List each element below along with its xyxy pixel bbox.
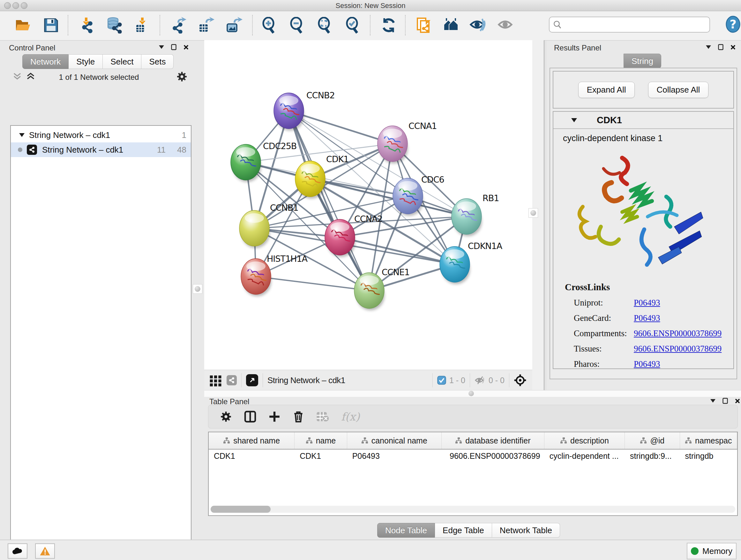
expand-all-button[interactable]: Expand All <box>578 82 635 98</box>
memory-button[interactable]: Memory <box>687 543 737 559</box>
crosslink-link[interactable]: 9606.ENSP00000378699 <box>634 328 722 338</box>
hidden-eye-icon[interactable] <box>475 376 485 385</box>
main-toolbar: ? <box>0 11 741 41</box>
network-node-label: CDC6 <box>421 175 444 185</box>
column-header--id[interactable]: @id <box>625 432 680 449</box>
network-edge-HIST1H1A-CCNE1[interactable] <box>256 276 369 291</box>
refresh-icon[interactable] <box>381 17 397 34</box>
close-panel-icon[interactable] <box>735 398 740 403</box>
network-row[interactable]: String Network – cdk1 11 48 <box>11 142 191 157</box>
float-panel-icon[interactable] <box>171 44 177 50</box>
zoom-selected-icon[interactable] <box>344 17 361 34</box>
results-panel-divider <box>544 40 546 390</box>
expand-all-networks-icon[interactable] <box>26 72 36 82</box>
crosslink-row: Compartments:9606.ENSP00000378699 <box>574 328 733 338</box>
crosslink-link[interactable]: P06493 <box>634 313 660 323</box>
crosslink-label: Tissues: <box>574 344 634 354</box>
collapse-panel-icon[interactable] <box>159 45 164 49</box>
import-network-database-icon[interactable] <box>106 17 123 34</box>
network-edge-CCNB2-CCNA1[interactable] <box>289 111 393 144</box>
column-type-icon <box>223 437 230 444</box>
tab-select[interactable]: Select <box>103 54 141 69</box>
export-network-icon[interactable] <box>170 17 186 34</box>
column-header-description[interactable]: description <box>544 432 625 449</box>
network-node-CCNE1[interactable]: CCNE1 <box>354 267 409 310</box>
close-panel-icon[interactable] <box>731 45 736 50</box>
warning-button[interactable] <box>35 543 55 559</box>
help-icon[interactable]: ? <box>725 16 741 33</box>
warning-icon <box>40 546 51 556</box>
tab-style[interactable]: Style <box>69 54 103 69</box>
collapse-panel-icon[interactable] <box>706 45 711 49</box>
network-edge-CCNA2-CDKN1A[interactable] <box>340 237 455 264</box>
float-panel-icon[interactable] <box>718 44 724 50</box>
status-bar: Memory <box>0 540 741 560</box>
network-node-CCNB1[interactable]: CCNB1 <box>239 203 298 248</box>
table-hscrollbar[interactable] <box>211 506 735 513</box>
network-options-gear-icon[interactable] <box>176 71 188 82</box>
collapse-all-button[interactable]: Collapse All <box>648 82 709 98</box>
delete-trash-icon[interactable] <box>293 411 304 423</box>
zoom-out-icon[interactable] <box>288 17 305 34</box>
show-all-networks-icon[interactable] <box>443 17 459 34</box>
network-canvas[interactable]: CCNB2CCNA1CDC25BCDK1CDC6RB1CCNB1CCNA2CDK… <box>204 40 532 370</box>
tab-network[interactable]: Network <box>22 54 69 69</box>
crosslink-link[interactable]: P06493 <box>634 298 660 308</box>
network-node-label: CDC25B <box>263 141 296 151</box>
tab-string[interactable]: String <box>623 54 661 68</box>
tree-expander-icon[interactable] <box>19 133 24 137</box>
cloud-button[interactable] <box>8 543 27 559</box>
tab-node-table[interactable]: Node Table <box>377 523 435 538</box>
memory-status-dot <box>691 547 698 555</box>
collection-label: String Network – cdk1 <box>29 130 182 140</box>
right-splitter-handle[interactable] <box>529 208 538 218</box>
export-image-icon[interactable] <box>226 17 243 34</box>
birdseye-grid-icon[interactable] <box>209 374 222 387</box>
column-header-name[interactable]: name <box>294 432 347 449</box>
column-header-database-identifier[interactable]: database identifier <box>442 432 544 449</box>
close-panel-icon[interactable] <box>184 45 189 50</box>
add-column-icon[interactable] <box>268 411 280 423</box>
save-session-icon[interactable] <box>43 17 59 34</box>
table-hscrollbar-thumb[interactable] <box>211 506 271 513</box>
left-splitter-handle[interactable] <box>193 284 202 294</box>
table-row[interactable]: CDK1CDK1P064939606.ENSP00000378699cyclin… <box>209 449 737 463</box>
network-collection-row[interactable]: String Network – cdk1 1 <box>11 128 191 142</box>
crosslink-label: Uniprot: <box>574 298 634 308</box>
show-columns-icon[interactable] <box>244 411 256 423</box>
fit-content-crosshair-icon[interactable] <box>514 374 527 387</box>
show-eye-icon[interactable] <box>497 17 514 34</box>
gene-expander-icon[interactable] <box>571 118 577 122</box>
export-table-icon[interactable] <box>198 17 214 34</box>
horizontal-splitter-handle[interactable] <box>468 391 474 396</box>
network-node-CDK1[interactable]: CDK1 <box>295 154 349 199</box>
selected-checkbox-icon[interactable] <box>437 376 446 385</box>
search-input[interactable] <box>565 20 706 29</box>
tab-network-table[interactable]: Network Table <box>492 523 560 538</box>
clone-network-icon[interactable] <box>415 17 432 34</box>
network-badge-icon[interactable] <box>226 375 237 385</box>
network-view-toolbar: String Network – cdk1 1 - 0 0 - 0 <box>204 370 532 390</box>
crosslink-link[interactable]: P06493 <box>634 359 660 369</box>
import-network-file-icon[interactable] <box>78 17 95 34</box>
network-node-HIST1H1A[interactable]: HIST1H1A <box>241 254 308 296</box>
tab-edge-table[interactable]: Edge Table <box>435 523 492 538</box>
hide-glasses-icon[interactable] <box>469 17 486 34</box>
open-in-window-icon[interactable] <box>246 374 258 386</box>
crosslink-link[interactable]: 9606.ENSP00000378699 <box>634 344 722 354</box>
collapse-all-networks-icon[interactable] <box>13 72 22 82</box>
network-node-RB1[interactable]: RB1 <box>452 193 499 236</box>
tab-sets[interactable]: Sets <box>141 54 174 69</box>
column-header-shared-name[interactable]: shared name <box>209 432 294 449</box>
table-options-gear-icon[interactable] <box>220 411 232 423</box>
column-header-canonical-name[interactable]: canonical name <box>347 432 442 449</box>
collapse-panel-icon[interactable] <box>711 399 716 402</box>
import-table-icon[interactable] <box>135 17 151 34</box>
network-node-CDKN1A[interactable]: CDKN1A <box>440 241 502 284</box>
zoom-fit-icon[interactable] <box>316 17 333 34</box>
column-header-namespac[interactable]: namespac <box>680 432 737 449</box>
float-panel-icon[interactable] <box>723 398 728 404</box>
open-session-icon[interactable] <box>15 17 31 34</box>
zoom-in-icon[interactable] <box>261 17 277 34</box>
toolbar-separator <box>252 15 253 36</box>
